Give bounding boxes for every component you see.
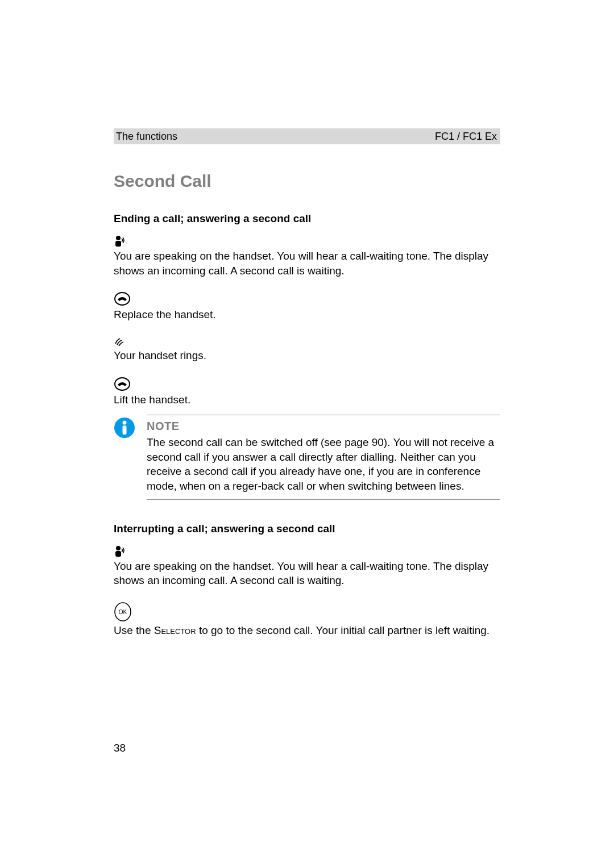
note-label: NOTE: [147, 420, 500, 433]
svg-point-5: [123, 421, 127, 425]
subsection-title-interrupting-call: Interrupting a call; answering a second …: [114, 523, 500, 535]
svg-rect-1: [115, 241, 121, 247]
svg-text:OK: OK: [119, 609, 127, 615]
body-text: Use the Selector to go to the second cal…: [114, 623, 500, 638]
body-text: You are speaking on the handset. You wil…: [114, 249, 500, 278]
subsection-title-ending-call: Ending a call; answering a second call: [114, 212, 500, 225]
body-text: Your handset rings.: [114, 348, 500, 363]
page-header: The functions FC1 / FC1 Ex: [114, 128, 500, 144]
body-text: Replace the handset.: [114, 307, 500, 322]
svg-point-7: [116, 546, 121, 550]
svg-point-0: [116, 236, 121, 240]
header-left: The functions: [116, 131, 177, 143]
section-title: Second Call: [114, 172, 500, 191]
handset-lift-icon: [114, 377, 500, 391]
note-callout: NOTE The second call can be switched off…: [114, 415, 500, 500]
svg-rect-8: [115, 551, 121, 557]
person-speaking-icon: [114, 235, 500, 248]
person-speaking-icon: [114, 545, 500, 558]
ok-selector-icon: OK: [114, 602, 500, 622]
note-body: The second call can be switched off (see…: [147, 435, 500, 494]
body-text-fragment: Use the: [114, 624, 154, 636]
body-text: You are speaking on the handset. You wil…: [114, 559, 500, 588]
header-right: FC1 / FC1 Ex: [435, 131, 497, 143]
page-number: 38: [114, 742, 126, 754]
ringing-icon: [114, 336, 500, 347]
selector-label: Selector: [154, 624, 196, 636]
svg-rect-6: [123, 425, 127, 435]
body-text-fragment: to go to the second call. Your initial c…: [196, 624, 489, 636]
info-icon: [114, 415, 136, 441]
body-text: Lift the handset.: [114, 393, 500, 407]
handset-replace-icon: [114, 291, 500, 306]
